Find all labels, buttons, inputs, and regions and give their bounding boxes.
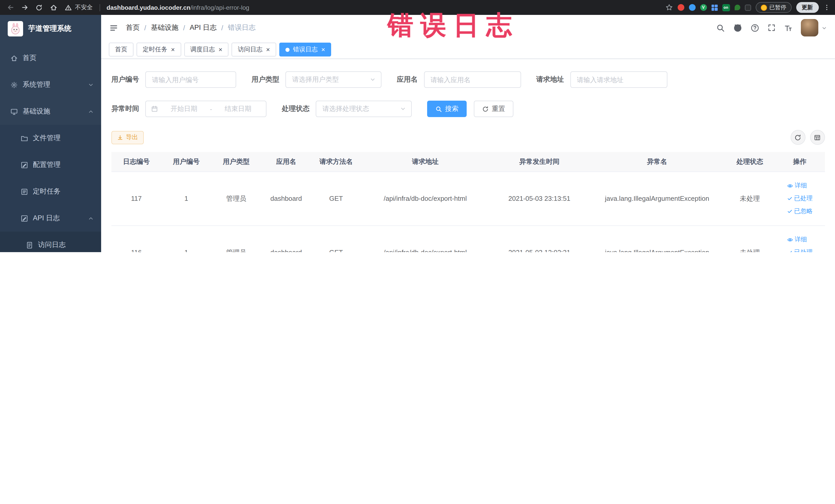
fullscreen-icon[interactable] [767, 24, 775, 32]
request-url-input[interactable] [570, 72, 667, 88]
col-user-type: 用户类型 [211, 152, 261, 172]
search-button[interactable]: 搜索 [427, 101, 467, 117]
col-exception-time: 异常发生时间 [489, 152, 589, 172]
date-range-picker[interactable]: 开始日期 - 结束日期 [145, 101, 266, 117]
edit-icon [21, 161, 28, 169]
cell-method: GET [311, 225, 361, 252]
close-icon[interactable]: × [266, 46, 270, 53]
user-id-input[interactable] [145, 72, 236, 88]
cell-app-name: dashboard [261, 172, 311, 225]
monitor-icon [10, 107, 18, 115]
reload-icon[interactable] [34, 2, 44, 13]
home-icon [10, 54, 18, 62]
address-bar[interactable]: dashboard.yudao.iocoder.cn/infra/log/api… [106, 4, 661, 11]
cell-log-id: 117 [111, 172, 161, 225]
cell-user-type: 管理员 [211, 225, 261, 252]
app-frame: 芋道管理系统 首页 系统管理 基础设施 [0, 15, 835, 252]
sidebar-item-infrastructure[interactable]: 基础设施 [0, 98, 101, 125]
refresh-button[interactable] [790, 130, 805, 145]
calendar-icon [151, 105, 158, 113]
table-row: 117 1 管理员 dashboard GET /api/infra/db-do… [111, 172, 825, 225]
update-button[interactable]: 更新 [796, 2, 819, 13]
tab-schedule-log[interactable]: 调度日志× [184, 43, 228, 57]
extension-blue-icon[interactable] [689, 4, 695, 11]
reset-button-wrap: 重置 [474, 101, 513, 117]
url-host: dashboard.yudao.iocoder.cn [106, 4, 190, 11]
tab-access-log[interactable]: 访问日志× [231, 43, 276, 57]
processed-link[interactable]: 已处理 [787, 248, 813, 252]
status-select[interactable]: 请选择处理状态 [316, 101, 412, 117]
extension-on-icon[interactable]: on [722, 4, 730, 11]
sidebar-item-system[interactable]: 系统管理 [0, 72, 101, 98]
sidebar-item-file-management[interactable]: 文件管理 [0, 125, 101, 152]
column-visibility-button[interactable] [810, 130, 825, 145]
task-list-icon [21, 188, 28, 195]
gear-icon [10, 81, 18, 88]
tab-error-log[interactable]: 错误日志× [279, 43, 331, 57]
cell-exception-name: java.lang.IllegalArgumentException [589, 172, 725, 225]
breadcrumb: 首页 / 基础设施 / API 日志 / 错误日志 [126, 23, 256, 32]
app-name-input[interactable] [424, 72, 521, 88]
extension-grid-icon[interactable] [711, 4, 717, 11]
detail-link[interactable]: 详细 [787, 181, 807, 190]
cell-log-id: 116 [111, 225, 161, 252]
header-actions [716, 19, 827, 37]
date-end: 结束日期 [215, 104, 261, 114]
breadcrumb-home[interactable]: 首页 [126, 23, 140, 32]
forward-icon[interactable] [20, 2, 30, 13]
url-path: /infra/log/api-error-log [190, 4, 249, 11]
filter-app-name: 应用名 [397, 72, 521, 88]
cell-request-url: /api/infra/db-doc/export-html [361, 225, 489, 252]
chevron-down-icon [88, 82, 94, 88]
sidebar-item-api-log[interactable]: API 日志 [0, 205, 101, 231]
extensions-puzzle-icon[interactable] [745, 4, 751, 11]
security-label: 不安全 [75, 4, 93, 11]
cell-user-type: 管理员 [211, 172, 261, 225]
close-icon[interactable]: × [219, 46, 222, 53]
bookmark-star-icon[interactable] [665, 4, 673, 11]
processed-link[interactable]: 已处理 [787, 194, 813, 203]
hamburger-icon[interactable] [109, 23, 118, 32]
col-log-id: 日志编号 [111, 152, 161, 172]
extension-red-icon[interactable] [677, 4, 684, 11]
security-indicator[interactable]: 不安全 [65, 4, 93, 11]
close-icon[interactable]: × [171, 46, 175, 53]
main-panel: 首页 / 基础设施 / API 日志 / 错误日志 [101, 15, 835, 252]
user-type-select[interactable]: 请选择用户类型 [285, 72, 382, 88]
github-icon[interactable] [733, 23, 742, 32]
home-icon[interactable] [48, 2, 59, 13]
tab-scheduled-tasks[interactable]: 定时任务× [137, 43, 181, 57]
export-button[interactable]: 导出 [111, 131, 144, 144]
col-status: 处理状态 [725, 152, 775, 172]
infrastructure-submenu: 文件管理 配置管理 定时任务 API 日志 [0, 125, 101, 252]
extension-v-icon[interactable]: V [700, 4, 707, 11]
tab-home[interactable]: 首页 [109, 43, 134, 57]
sidebar-item-config-management[interactable]: 配置管理 [0, 152, 101, 178]
help-icon[interactable] [750, 23, 759, 32]
cell-actions: 详细 已处理 已忽略 [775, 172, 825, 225]
detail-link[interactable]: 详细 [787, 235, 807, 244]
reset-button[interactable]: 重置 [474, 101, 513, 117]
back-icon[interactable] [5, 2, 15, 13]
breadcrumb-infrastructure[interactable]: 基础设施 [151, 23, 179, 32]
cell-status: 未处理 [725, 172, 775, 225]
filter-request-url: 请求地址 [536, 72, 667, 88]
col-method: 请求方法名 [311, 152, 361, 172]
sidebar-item-access-log[interactable]: 访问日志 [0, 231, 101, 252]
breadcrumb-api-log[interactable]: API 日志 [190, 23, 217, 32]
extension-sprout-icon[interactable] [734, 5, 740, 10]
check-icon [787, 249, 793, 252]
paused-badge[interactable]: 已暂停 [755, 2, 791, 13]
sidebar-item-home[interactable]: 首页 [0, 45, 101, 72]
cell-exception-name: java.lang.IllegalArgumentException [589, 225, 725, 252]
font-size-icon[interactable] [784, 23, 792, 32]
col-user-id: 用户编号 [161, 152, 211, 172]
sidebar-item-scheduled-tasks[interactable]: 定时任务 [0, 178, 101, 205]
warning-icon [65, 4, 72, 11]
cell-request-url: /api/infra/db-doc/export-html [361, 172, 489, 225]
ignored-link[interactable]: 已忽略 [787, 207, 813, 216]
user-menu[interactable] [801, 19, 827, 37]
close-icon[interactable]: × [321, 46, 325, 53]
browser-menu-icon[interactable] [823, 4, 830, 11]
search-icon[interactable] [716, 23, 725, 32]
